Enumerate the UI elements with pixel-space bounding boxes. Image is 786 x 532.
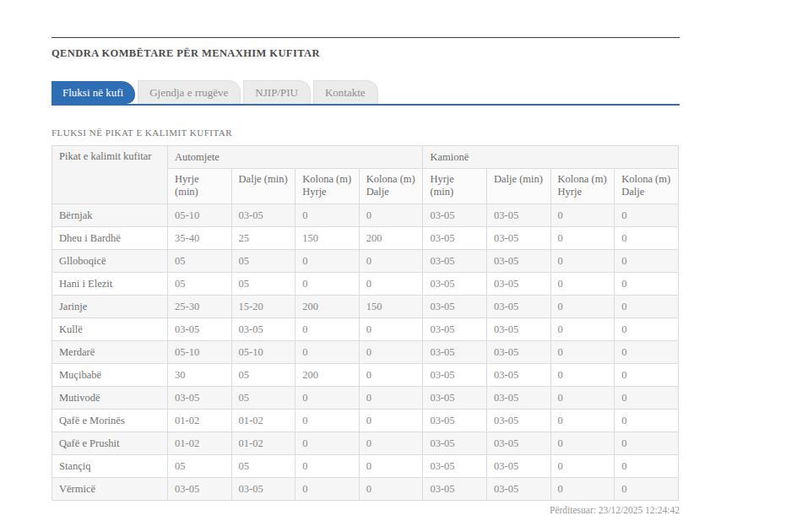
- value-cell: 03-05: [423, 273, 487, 296]
- page-content: QENDRA KOMBËTARE PËR MENAXHIM KUFITAR Fl…: [51, 0, 680, 515]
- crossing-point-name: Kullë: [52, 318, 168, 341]
- table-row: Jarinje25-3015-2020015003-0503-0500: [52, 296, 679, 318]
- value-cell: 03-05: [486, 364, 550, 387]
- value-cell: 0: [295, 387, 360, 410]
- value-cell: 0: [615, 250, 679, 273]
- table-row: Qafë e Prushit01-0201-020003-0503-0500: [52, 432, 679, 455]
- crossing-point-name: Muçibabë: [52, 364, 168, 387]
- value-cell: 03-05: [231, 478, 295, 501]
- value-cell: 03-05: [486, 387, 550, 410]
- crossing-point-name: Qafë e Prushit: [52, 432, 168, 455]
- crossing-point-name: Dheu i Bardhë: [52, 227, 168, 250]
- value-cell: 03-05: [486, 227, 550, 250]
- value-cell: 05-10: [231, 341, 295, 364]
- value-cell: 0: [550, 318, 615, 341]
- tab-gjendja-e-rrugeve[interactable]: Gjendja e rrugëve: [138, 80, 241, 104]
- value-cell: 0: [359, 387, 423, 410]
- table-row: Muçibabë3005200003-0503-0500: [52, 364, 679, 387]
- value-cell: 0: [615, 204, 679, 227]
- value-cell: 01-02: [168, 432, 232, 455]
- value-cell: 0: [615, 273, 679, 296]
- tab-underline: [51, 104, 680, 106]
- value-cell: 0: [550, 250, 615, 273]
- top-divider: [51, 37, 680, 38]
- value-cell: 0: [615, 227, 679, 250]
- value-cell: 03-05: [423, 341, 487, 364]
- value-cell: 01-02: [168, 410, 232, 432]
- value-cell: 35-40: [168, 227, 232, 250]
- value-cell: 0: [295, 478, 360, 501]
- updated-timestamp: Përditesuar: 23/12/2025 12:24:42: [51, 505, 680, 515]
- table-row: Stançiq05050003-0503-0500: [52, 455, 679, 478]
- tab-bar: Fluksi në kufi Gjendja e rrugëve NJIP/PI…: [51, 80, 680, 104]
- value-cell: 03-05: [486, 273, 550, 296]
- table-row: Hani i Elezit05050003-0503-0500: [52, 273, 679, 296]
- value-cell: 01-02: [231, 410, 295, 432]
- value-cell: 0: [615, 364, 679, 387]
- value-cell: 0: [359, 204, 423, 227]
- table-header: Pikat e kalimit kufitar Automjete Kamion…: [52, 146, 679, 204]
- value-cell: 03-05: [168, 478, 232, 501]
- table-row: Mutivodë03-05050003-0503-0500: [52, 387, 679, 410]
- crossing-point-name: Hani i Elezit: [52, 273, 168, 296]
- value-cell: 03-05: [423, 364, 487, 387]
- value-cell: 03-05: [486, 432, 550, 455]
- value-cell: 03-05: [168, 318, 232, 341]
- sub-header-trucks-kolona-hyrje: Kolona (m) Hyrje: [550, 169, 615, 204]
- value-cell: 0: [550, 273, 615, 296]
- tab-fluksi-ne-kufi[interactable]: Fluksi në kufi: [51, 81, 135, 104]
- sub-header-trucks-dalje: Dalje (min): [486, 169, 550, 204]
- value-cell: 05: [168, 455, 232, 478]
- crossing-point-name: Stançiq: [52, 455, 168, 478]
- value-cell: 03-05: [486, 250, 550, 273]
- value-cell: 0: [615, 341, 679, 364]
- value-cell: 0: [615, 478, 679, 501]
- sub-header-cars-hyrje: Hyrje (min): [168, 169, 232, 204]
- value-cell: 03-05: [486, 455, 550, 478]
- value-cell: 0: [295, 410, 360, 432]
- value-cell: 05: [168, 250, 232, 273]
- value-cell: 0: [359, 273, 423, 296]
- crossing-point-name: Merdarë: [52, 341, 168, 364]
- tab-njip-piu[interactable]: NJIP/PIU: [243, 80, 311, 104]
- value-cell: 05: [231, 250, 295, 273]
- tab-kontakte[interactable]: Kontakte: [313, 80, 378, 104]
- value-cell: 03-05: [423, 455, 487, 478]
- value-cell: 05: [231, 387, 295, 410]
- value-cell: 0: [615, 455, 679, 478]
- table-caption: FLUKSI NË PIKAT E KALIMIT KUFITAR: [51, 128, 680, 138]
- value-cell: 0: [550, 387, 615, 410]
- value-cell: 03-05: [423, 410, 487, 432]
- table-row: Bërnjak05-1003-050003-0503-0500: [52, 204, 679, 227]
- value-cell: 0: [615, 318, 679, 341]
- value-cell: 03-05: [486, 410, 550, 432]
- value-cell: 0: [550, 478, 615, 501]
- value-cell: 0: [550, 432, 615, 455]
- value-cell: 03-05: [423, 432, 487, 455]
- crossing-point-name: Mutivodë: [52, 387, 168, 410]
- table-row: Dheu i Bardhë35-402515020003-0503-0500: [52, 227, 679, 250]
- value-cell: 0: [359, 478, 423, 501]
- value-cell: 01-02: [231, 432, 295, 455]
- value-cell: 03-05: [423, 296, 487, 318]
- value-cell: 0: [295, 318, 360, 341]
- value-cell: 0: [615, 410, 679, 432]
- value-cell: 0: [295, 273, 360, 296]
- value-cell: 0: [550, 410, 615, 432]
- value-cell: 05-10: [168, 204, 232, 227]
- value-cell: 15-20: [231, 296, 295, 318]
- crossing-point-name: Qafë e Morinës: [52, 410, 168, 432]
- value-cell: 0: [359, 250, 423, 273]
- sub-header-trucks-kolona-dalje: Kolona (m) Dalje: [615, 169, 679, 204]
- value-cell: 0: [295, 250, 360, 273]
- crossing-point-name: Vërmicë: [52, 478, 168, 501]
- value-cell: 03-05: [168, 387, 232, 410]
- value-cell: 0: [550, 364, 615, 387]
- crossing-point-name: Jarinje: [52, 296, 168, 318]
- value-cell: 05-10: [168, 341, 232, 364]
- value-cell: 03-05: [486, 318, 550, 341]
- value-cell: 03-05: [423, 478, 487, 501]
- value-cell: 03-05: [423, 318, 487, 341]
- value-cell: 0: [359, 410, 423, 432]
- value-cell: 200: [295, 296, 360, 318]
